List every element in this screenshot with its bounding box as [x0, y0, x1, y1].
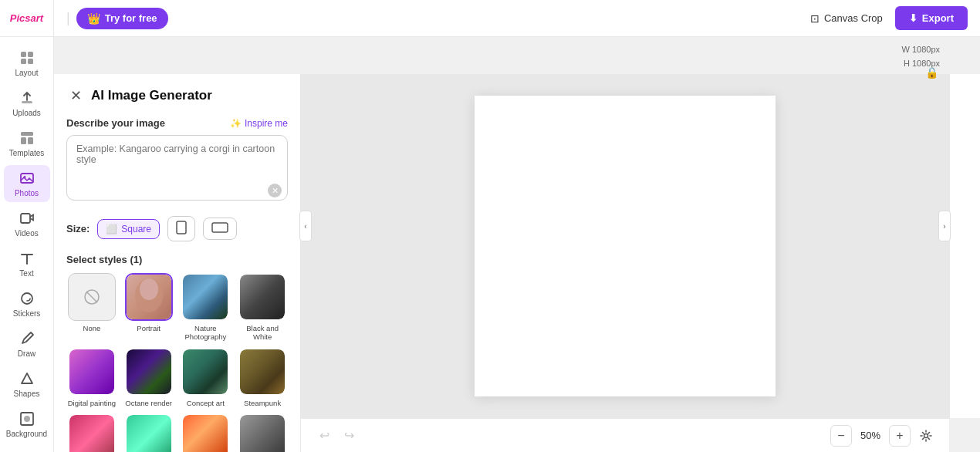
sidebar-item-label: Templates — [9, 149, 45, 157]
style-steampunk-label: Steampunk — [244, 399, 281, 407]
square-size-icon: ⬜ — [106, 224, 117, 234]
size-portrait-button[interactable] — [167, 216, 195, 241]
redo-button[interactable]: ↪ — [338, 425, 360, 447]
style-none[interactable]: None — [66, 273, 117, 342]
sidebar-item-label: Background — [6, 430, 47, 438]
layout-icon — [19, 49, 35, 66]
background-icon — [19, 410, 35, 427]
text-icon — [19, 250, 35, 267]
settings-button[interactable] — [915, 425, 937, 447]
style-bw[interactable]: Black and White — [237, 273, 288, 342]
style-portrait-label: Portrait — [137, 324, 161, 332]
describe-label: Describe your image — [66, 117, 165, 129]
zoom-level: 50% — [857, 430, 884, 441]
size-landscape-button[interactable] — [203, 218, 237, 240]
sidebar-item-uploads[interactable]: Uploads — [4, 85, 50, 122]
style-concept[interactable]: Concept art — [181, 348, 231, 407]
videos-icon — [19, 210, 35, 227]
svg-rect-16 — [212, 223, 228, 232]
undo-button[interactable]: ↩ — [313, 425, 335, 447]
crown-icon: 👑 — [87, 12, 100, 25]
style-row3b[interactable] — [123, 413, 174, 452]
upload-icon — [19, 89, 35, 106]
sidebar-item-label: Layout — [15, 69, 38, 77]
canvas-crop-label: Canvas Crop — [824, 12, 883, 24]
style-none-label: None — [83, 324, 101, 332]
svg-point-11 — [22, 293, 32, 304]
sidebar-item-label: Uploads — [12, 109, 41, 117]
sparkle-icon: ✨ — [230, 118, 242, 129]
try-free-label: Try for free — [105, 12, 157, 24]
svg-rect-5 — [21, 132, 33, 136]
style-portrait[interactable]: Portrait — [123, 273, 174, 342]
style-row3a[interactable] — [66, 413, 117, 452]
sidebar-item-shapes[interactable]: Shapes — [4, 366, 50, 403]
style-digital[interactable]: Digital painting — [66, 348, 117, 407]
inspire-me-button[interactable]: ✨ Inspire me — [230, 118, 288, 129]
svg-point-21 — [924, 433, 928, 437]
sidebar-item-label: Videos — [15, 229, 38, 238]
sidebar-item-label: Shapes — [14, 390, 40, 398]
export-button[interactable]: ⬇ Export — [895, 6, 968, 30]
svg-rect-10 — [21, 214, 30, 223]
draw-icon — [19, 330, 35, 347]
sidebar-item-stickers[interactable]: Stickers — [4, 285, 50, 322]
panel-title: AI Image Generator — [91, 88, 212, 103]
export-label: Export — [922, 12, 954, 24]
style-row3c[interactable] — [181, 413, 231, 452]
collapse-left-button[interactable]: ‹ — [299, 211, 312, 241]
canvas-crop-button[interactable]: ⊡ Canvas Crop — [804, 9, 889, 28]
style-bw-label: Black and White — [237, 324, 288, 342]
style-steampunk[interactable]: Steampunk — [237, 348, 288, 407]
style-row3d[interactable] — [237, 413, 288, 452]
collapse-right-button[interactable]: › — [938, 211, 951, 241]
sidebar-item-photos[interactable]: Photos — [4, 165, 50, 202]
photos-icon — [19, 170, 35, 187]
picsart-logo: Picsart — [10, 12, 43, 24]
style-octane[interactable]: Octane render — [123, 348, 174, 407]
describe-textarea[interactable] — [66, 135, 288, 201]
svg-rect-2 — [21, 59, 26, 64]
size-square-button[interactable]: ⬜ Square — [97, 219, 160, 239]
sidebar-item-label: Stickers — [13, 309, 41, 318]
lock-icon[interactable]: 🔒 — [925, 66, 938, 79]
sidebar-item-layout[interactable]: Layout — [4, 45, 50, 82]
close-panel-button[interactable]: ✕ — [66, 86, 85, 105]
svg-rect-15 — [177, 221, 186, 234]
crop-icon: ⊡ — [810, 12, 819, 25]
styles-label: Select styles (1) — [66, 254, 288, 265]
sidebar-item-draw[interactable]: Draw — [4, 326, 50, 363]
zoom-in-button[interactable]: + — [889, 425, 911, 447]
canvas — [475, 96, 776, 396]
try-free-button[interactable]: 👑 Try for free — [76, 8, 168, 29]
sidebar-item-label: Photos — [15, 189, 39, 197]
stickers-icon — [19, 290, 35, 307]
svg-rect-3 — [28, 59, 33, 64]
style-digital-label: Digital painting — [68, 399, 116, 407]
svg-rect-6 — [21, 137, 26, 144]
style-nature-label: Nature Photography — [181, 324, 231, 342]
style-octane-label: Octane render — [125, 399, 172, 407]
sidebar-item-label: Text — [19, 269, 33, 278]
sidebar-item-templates[interactable]: Templates — [4, 125, 50, 162]
portrait-size-icon — [176, 221, 187, 237]
clear-textarea-button[interactable]: ✕ — [268, 184, 282, 197]
svg-point-14 — [24, 416, 30, 422]
sidebar-item-text[interactable]: Text — [4, 245, 50, 282]
zoom-out-button[interactable]: − — [830, 425, 852, 447]
svg-rect-0 — [21, 52, 26, 57]
sidebar-item-background[interactable]: Background — [4, 406, 50, 443]
shapes-icon — [19, 370, 35, 387]
templates-icon — [19, 130, 35, 147]
svg-rect-7 — [28, 137, 33, 144]
svg-point-20 — [140, 278, 158, 300]
svg-rect-4 — [22, 101, 32, 103]
download-icon: ⬇ — [909, 12, 917, 24]
sidebar-item-videos[interactable]: Videos — [4, 205, 50, 242]
svg-marker-12 — [22, 373, 32, 383]
style-nature[interactable]: Nature Photography — [181, 273, 231, 342]
logo-separator: | — [66, 10, 70, 26]
style-concept-label: Concept art — [187, 399, 225, 407]
sidebar-item-label: Draw — [18, 349, 35, 358]
svg-line-18 — [86, 292, 97, 302]
